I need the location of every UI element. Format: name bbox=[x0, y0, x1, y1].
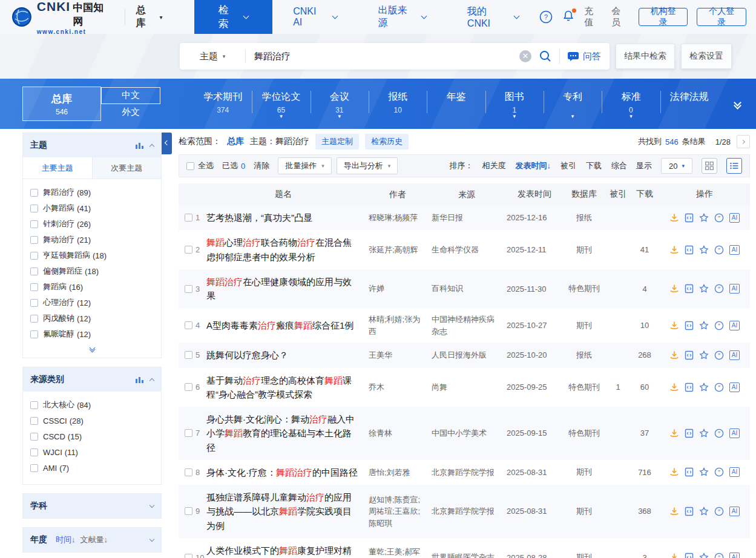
help-icon[interactable]: ? bbox=[539, 10, 553, 24]
result-download-count[interactable]: 716 bbox=[630, 468, 659, 477]
recharge-link[interactable]: 充值 bbox=[584, 5, 602, 28]
db-type-item[interactable]: 图书 1 ▾ bbox=[485, 90, 544, 118]
collapse-section-icon[interactable] bbox=[150, 378, 154, 382]
bar-chart-icon[interactable] bbox=[136, 376, 144, 383]
filter-checkbox[interactable] bbox=[30, 205, 38, 212]
search-history-chip[interactable]: 检索历史 bbox=[365, 134, 409, 149]
next-page-button[interactable] bbox=[737, 135, 750, 148]
result-title-link[interactable]: 跳舞何以疗愈身心？ bbox=[206, 348, 360, 362]
db-type-item[interactable]: 学术期刊 374 ▾ bbox=[194, 90, 252, 118]
sort-option[interactable]: 被引 bbox=[560, 160, 576, 171]
result-download-count[interactable]: 4 bbox=[630, 284, 659, 294]
search-input[interactable] bbox=[246, 51, 519, 62]
filter-item[interactable]: 舞动治疗 (21) bbox=[23, 232, 161, 248]
result-authors[interactable]: 赵知博;陈赉宣;周祐瑄;王嘉欣;陈昭琪 bbox=[369, 494, 432, 530]
more-databases-chevron[interactable] bbox=[718, 100, 756, 108]
filter-checkbox[interactable] bbox=[30, 401, 38, 409]
lang-tab-foreign[interactable]: 外文 bbox=[101, 104, 160, 121]
ai-icon[interactable]: AI bbox=[729, 350, 740, 360]
filter-checkbox[interactable] bbox=[30, 464, 38, 472]
filter-checkbox[interactable] bbox=[30, 315, 38, 323]
result-title-link[interactable]: 孤独症谱系障碍儿童舞动治疗的应用与挑战——以北京舞蹈学院实践项目为例 bbox=[206, 490, 360, 533]
ai-icon[interactable]: AI bbox=[729, 213, 740, 223]
html-read-icon[interactable] bbox=[685, 553, 694, 558]
favorite-star-icon[interactable] bbox=[699, 428, 709, 438]
result-authors[interactable]: 林晴;利婧;张为西 bbox=[369, 313, 432, 337]
db-type-item[interactable]: 标准 0 ▾ bbox=[602, 90, 660, 118]
filter-item[interactable]: WJCI (11) bbox=[23, 444, 161, 460]
download-icon[interactable] bbox=[669, 428, 679, 438]
html-read-icon[interactable] bbox=[685, 382, 694, 392]
member-link[interactable]: 会员 bbox=[611, 5, 629, 28]
select-all-checkbox[interactable] bbox=[186, 162, 194, 170]
result-download-count[interactable]: 41 bbox=[630, 245, 659, 254]
sort-option[interactable]: 发表时间↓ bbox=[516, 160, 551, 171]
result-title-link[interactable]: 身心共舞·文化润心：舞动治疗融入中小学舞蹈教育的理论基础与本土化路径 bbox=[206, 412, 360, 455]
result-download-count[interactable]: 37 bbox=[630, 428, 659, 438]
search-icon[interactable] bbox=[539, 50, 552, 63]
result-source[interactable]: 人民日报海外版 bbox=[432, 349, 507, 361]
html-read-icon[interactable] bbox=[685, 245, 694, 255]
filter-checkbox[interactable] bbox=[30, 448, 38, 456]
html-read-icon[interactable] bbox=[685, 428, 694, 438]
result-authors[interactable]: 唐怡;刘若雅 bbox=[369, 467, 432, 479]
result-title-link[interactable]: 基于舞动治疗理念的高校体育舞蹈课程“身心融合”教学模式探索 bbox=[206, 373, 360, 402]
filter-item[interactable]: CSCD (15) bbox=[23, 428, 161, 444]
library-dropdown[interactable]: 总库 ▾ bbox=[136, 4, 163, 30]
ai-icon[interactable]: AI bbox=[729, 428, 740, 438]
favorite-star-icon[interactable] bbox=[699, 382, 709, 392]
result-authors[interactable]: 张延芹;高朝辉 bbox=[369, 244, 432, 256]
clear-search-icon[interactable]: ✕ bbox=[519, 50, 531, 62]
filter-checkbox[interactable] bbox=[30, 283, 38, 291]
result-title-link[interactable]: 舞蹈心理治疗联合药物治疗在混合焦虑抑郁症患者中的效果分析 bbox=[206, 235, 360, 264]
db-type-item[interactable]: 年鉴 ▾ bbox=[427, 90, 485, 118]
search-settings-button[interactable]: 检索设置 bbox=[681, 44, 732, 69]
result-source[interactable]: 世界睡眠医学杂志 bbox=[432, 551, 507, 558]
expand-more-icon[interactable] bbox=[23, 343, 161, 358]
result-download-count[interactable]: 268 bbox=[630, 350, 659, 359]
filter-item[interactable]: 针刺治疗 (26) bbox=[23, 216, 161, 232]
download-icon[interactable] bbox=[669, 507, 679, 516]
row-checkbox[interactable] bbox=[185, 246, 192, 254]
sort-option[interactable]: 相关度 bbox=[482, 160, 506, 171]
result-title-link[interactable]: 舞蹈治疗在心理健康领域的应用与效果 bbox=[206, 275, 360, 303]
html-read-icon[interactable] bbox=[685, 507, 694, 516]
favorite-star-icon[interactable] bbox=[699, 553, 709, 558]
search-field-dropdown[interactable]: 主题 ▾ bbox=[180, 51, 245, 62]
filter-checkbox[interactable] bbox=[30, 299, 38, 307]
cite-icon[interactable]: ” bbox=[714, 245, 724, 255]
html-read-icon[interactable] bbox=[685, 321, 694, 330]
row-checkbox[interactable] bbox=[185, 507, 192, 515]
result-title-link[interactable]: 人类作业模式下的舞蹈康复护理对精神分裂症患者睡眠质量的影响 bbox=[206, 543, 360, 558]
filter-item[interactable]: 偏侧舞蹈症 (18) bbox=[23, 263, 161, 279]
filter-checkbox[interactable] bbox=[30, 189, 38, 197]
expand-section-icon[interactable] bbox=[150, 536, 154, 541]
favorite-star-icon[interactable] bbox=[699, 350, 709, 360]
cite-icon[interactable]: ” bbox=[714, 284, 724, 294]
download-icon[interactable] bbox=[669, 245, 679, 255]
download-icon[interactable] bbox=[669, 213, 679, 223]
db-type-item[interactable]: 专利 ▾ bbox=[544, 90, 602, 118]
row-checkbox[interactable] bbox=[185, 285, 192, 293]
row-checkbox[interactable] bbox=[185, 214, 192, 222]
html-read-icon[interactable] bbox=[685, 350, 694, 360]
cnki-logo[interactable]: CNKI 中国知网 www.cnki.net bbox=[11, 0, 114, 35]
filter-item[interactable]: 心理治疗 (12) bbox=[23, 295, 161, 310]
result-cited-count[interactable]: 1 bbox=[606, 382, 630, 392]
download-icon[interactable] bbox=[669, 284, 679, 294]
filter-item[interactable]: 氟哌啶醇 (12) bbox=[23, 326, 161, 342]
qa-button[interactable]: 问答 bbox=[559, 48, 610, 64]
download-icon[interactable] bbox=[669, 321, 679, 330]
html-read-icon[interactable] bbox=[685, 467, 694, 477]
filter-item[interactable]: 舞蹈治疗 (89) bbox=[23, 185, 161, 200]
db-type-item[interactable]: 法律法规 ▾ bbox=[660, 90, 718, 118]
clear-selection-link[interactable]: 清除 bbox=[254, 160, 269, 171]
row-checkbox[interactable] bbox=[185, 429, 192, 437]
html-read-icon[interactable] bbox=[685, 284, 694, 294]
result-source[interactable]: 百科知识 bbox=[432, 283, 507, 295]
filter-item[interactable]: AMI (7) bbox=[23, 460, 161, 476]
filter-item[interactable]: 舞蹈病 (16) bbox=[23, 279, 161, 295]
cite-icon[interactable]: ” bbox=[714, 467, 724, 477]
favorite-star-icon[interactable] bbox=[699, 467, 709, 477]
filter-item[interactable]: 丙戊酸钠 (12) bbox=[23, 310, 161, 326]
